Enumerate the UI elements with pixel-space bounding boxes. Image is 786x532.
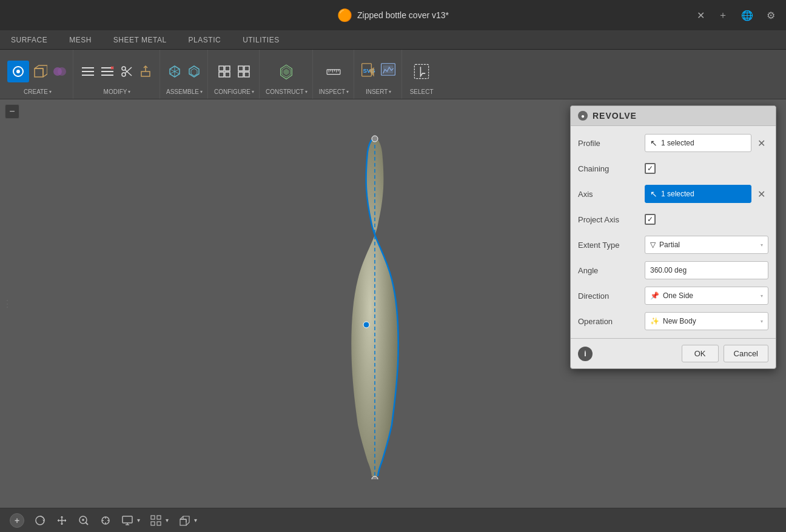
chaining-control: ✓ xyxy=(645,163,768,174)
svg-rect-35 xyxy=(244,72,249,77)
assemble2-icon[interactable] xyxy=(186,63,203,80)
cancel-button[interactable]: Cancel xyxy=(724,345,768,362)
extent-type-arrow: ▾ xyxy=(761,242,763,248)
grid-tool[interactable]: ▾ xyxy=(150,514,169,527)
inspect-dropdown-arrow: ▾ xyxy=(346,89,349,95)
svg-rect-32 xyxy=(238,66,243,71)
operation-icon: ✨ xyxy=(650,317,659,325)
pan-tool[interactable] xyxy=(56,514,68,527)
tab-sheetmetal[interactable]: SHEET METAL xyxy=(102,30,178,49)
settings-icon[interactable]: ⚙ xyxy=(762,7,780,24)
extent-type-row: Extent Type ▽ Partial ▾ xyxy=(578,235,768,254)
chaining-label: Chaining xyxy=(578,164,645,173)
profile-clear-btn[interactable]: ✕ xyxy=(754,136,768,150)
profile-selector-btn[interactable]: ↖ 1 selected xyxy=(645,134,751,152)
construct-dropdown-arrow: ▾ xyxy=(305,89,307,95)
project-axis-checkbox[interactable]: ✓ xyxy=(645,214,656,225)
grid1-icon[interactable] xyxy=(216,63,233,80)
svg-marker-39 xyxy=(284,68,289,75)
project-axis-row: Project Axis ✓ xyxy=(578,210,768,229)
cursor-icon: ↖ xyxy=(650,138,657,148)
revolve-close-btn[interactable]: ● xyxy=(578,111,588,121)
tab-plastic[interactable]: PLASTIC xyxy=(178,30,232,49)
revolve-footer: i OK Cancel xyxy=(571,338,776,368)
chaining-checkbox[interactable]: ✓ xyxy=(645,163,656,174)
svg-rect-76 xyxy=(180,519,186,525)
construct-icon[interactable] xyxy=(278,63,295,80)
lines-icon[interactable] xyxy=(79,63,96,80)
configure-dropdown-arrow: ▾ xyxy=(252,89,254,95)
info-btn[interactable]: i xyxy=(578,347,593,361)
add-tab-icon[interactable]: ＋ xyxy=(713,7,733,24)
status-bar: + xyxy=(0,508,786,532)
svg-point-57 xyxy=(372,476,378,479)
zoom-window-tool[interactable] xyxy=(78,514,90,527)
modify-label[interactable]: MODIFY ▾ xyxy=(104,88,131,96)
inspect-label[interactable]: INSPECT ▾ xyxy=(319,88,349,96)
axis-cursor-icon: ↖ xyxy=(650,189,657,199)
svg-marker-26 xyxy=(189,66,199,77)
select-icon[interactable] xyxy=(413,63,430,80)
box-icon[interactable] xyxy=(32,63,49,80)
orbit-tool[interactable] xyxy=(34,514,46,527)
axis-selector-btn[interactable]: ↖ 1 selected xyxy=(645,185,751,203)
profile-control: ↖ 1 selected ✕ xyxy=(645,134,768,152)
ribbon-group-assemble: ASSEMBLE ▾ xyxy=(161,50,208,99)
title-bar-controls: ✕ ＋ 🌐 ⚙ xyxy=(692,7,780,24)
axis-label: Axis xyxy=(578,190,645,199)
boolean-icon[interactable] xyxy=(51,63,68,80)
project-axis-label: Project Axis xyxy=(578,215,645,224)
grid2-icon[interactable] xyxy=(235,63,252,80)
title-bar: 🟠 Zipped bottle cover v13* ✕ ＋ 🌐 ⚙ xyxy=(0,0,786,30)
ruler-icon[interactable] xyxy=(325,63,342,80)
display-tool[interactable]: ▾ xyxy=(121,514,140,527)
assemble1-icon[interactable] xyxy=(166,63,183,80)
extent-type-control: ▽ Partial ▾ xyxy=(645,236,768,254)
scissors-icon[interactable] xyxy=(118,63,135,80)
surface-create-icon[interactable] xyxy=(7,61,29,82)
tab-surface[interactable]: SURFACE xyxy=(0,30,58,49)
extent-type-icon: ▽ xyxy=(650,241,656,249)
ok-button[interactable]: OK xyxy=(682,345,719,362)
extent-type-dropdown[interactable]: ▽ Partial ▾ xyxy=(645,236,768,254)
svg-point-7 xyxy=(58,67,66,76)
view-cube-tool[interactable]: ▾ xyxy=(178,514,197,527)
create-label[interactable]: CREATE ▾ xyxy=(24,88,52,96)
svg-marker-27 xyxy=(191,68,197,76)
ribbon-group-select: SELECT xyxy=(403,50,440,99)
axis-clear-btn[interactable]: ✕ xyxy=(754,187,768,201)
tab-utilities[interactable]: UTILITIES xyxy=(232,30,291,49)
insert-label[interactable]: INSERT ▾ xyxy=(366,88,392,96)
operation-value: New Body xyxy=(663,317,696,325)
close-icon[interactable]: ✕ xyxy=(692,7,710,24)
angle-input[interactable] xyxy=(645,261,768,279)
svg-line-61 xyxy=(86,522,88,525)
angle-control xyxy=(645,261,768,279)
add-view-btn[interactable]: + xyxy=(10,513,24,528)
ribbon-group-modify: MODIFY ▾ xyxy=(75,50,160,99)
browser-icon[interactable]: 🌐 xyxy=(736,7,758,24)
svg-rect-34 xyxy=(238,72,243,77)
svg-rect-31 xyxy=(225,72,230,77)
extent-type-label: Extent Type xyxy=(578,241,645,250)
extrude-icon[interactable] xyxy=(138,63,155,80)
svg-rect-30 xyxy=(219,72,224,77)
direction-label: Direction xyxy=(578,291,645,301)
lines-x-icon[interactable] xyxy=(99,63,116,80)
construct-label[interactable]: CONSTRUCT ▾ xyxy=(266,88,307,96)
operation-dropdown[interactable]: ✨ New Body ▾ xyxy=(645,312,768,330)
svg-rect-52 xyxy=(414,64,428,78)
insert1-icon[interactable]: SVG xyxy=(360,63,377,80)
axis-control: ↖ 1 selected ✕ xyxy=(645,185,768,203)
fit-tool[interactable] xyxy=(99,514,112,527)
revolve-panel: ● REVOLVE Profile ↖ 1 selected ✕ xyxy=(570,105,776,369)
axis-value: 1 selected xyxy=(661,190,694,198)
ribbon-bar: CREATE ▾ xyxy=(0,50,786,99)
direction-icon: 📌 xyxy=(650,291,659,300)
tab-mesh[interactable]: MESH xyxy=(58,30,102,49)
assemble-label[interactable]: ASSEMBLE ▾ xyxy=(166,88,203,96)
insert2-icon[interactable] xyxy=(380,63,397,80)
angle-label: Angle xyxy=(578,266,645,275)
direction-dropdown[interactable]: 📌 One Side ▾ xyxy=(645,287,768,305)
configure-label[interactable]: CONFIGURE ▾ xyxy=(214,88,254,96)
